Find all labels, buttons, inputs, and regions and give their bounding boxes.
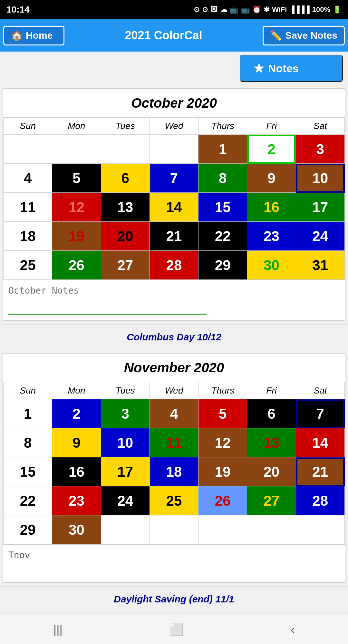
oct-2[interactable]: 2 [247, 135, 296, 164]
oct-25[interactable]: 25 [4, 251, 52, 280]
oct-12[interactable]: 12 [52, 193, 101, 222]
nav-menu-button[interactable]: ||| [53, 623, 63, 637]
nov-header-wed: Wed [150, 382, 198, 399]
nov-24[interactable]: 24 [101, 486, 150, 515]
nov-25[interactable]: 25 [150, 486, 198, 515]
oct-empty3[interactable] [101, 135, 150, 164]
home-icon: 🏠 [11, 30, 23, 41]
oct-1[interactable]: 1 [198, 135, 247, 164]
nov-header-tues: Tues [101, 382, 150, 399]
october-title: October 2020 [3, 89, 345, 117]
nov-20[interactable]: 20 [247, 457, 296, 486]
oct-19[interactable]: 19 [52, 222, 101, 251]
oct-9[interactable]: 9 [247, 164, 296, 193]
oct-8[interactable]: 8 [198, 164, 247, 193]
nov-empty1[interactable] [101, 515, 150, 544]
oct-4[interactable]: 4 [4, 164, 52, 193]
nov-4[interactable]: 4 [150, 399, 198, 428]
nov-18[interactable]: 18 [150, 457, 198, 486]
table-row: 18 19 20 21 22 23 24 [4, 222, 345, 251]
nov-23[interactable]: 23 [52, 486, 101, 515]
nov-11[interactable]: 11 [150, 428, 198, 457]
nov-19[interactable]: 19 [198, 457, 247, 486]
header: 🏠 Home 2021 ColorCal ✏️ Save Notes [0, 19, 348, 52]
oct-18[interactable]: 18 [4, 222, 52, 251]
oct-26[interactable]: 26 [52, 251, 101, 280]
nov-header-sun: Sun [4, 382, 52, 399]
october-notes-input[interactable] [8, 285, 340, 311]
oct-21[interactable]: 21 [150, 222, 198, 251]
nav-home-button[interactable]: ⬜ [169, 623, 184, 637]
nov-3[interactable]: 3 [101, 399, 150, 428]
oct-22[interactable]: 22 [198, 222, 247, 251]
oct-empty2[interactable] [52, 135, 101, 164]
nov-empty4[interactable] [247, 515, 296, 544]
oct-14[interactable]: 14 [150, 193, 198, 222]
oct-empty1[interactable] [4, 135, 52, 164]
oct-24[interactable]: 24 [296, 222, 344, 251]
nav-back-button[interactable]: ‹ [291, 623, 295, 637]
oct-11[interactable]: 11 [4, 193, 52, 222]
oct-empty4[interactable] [150, 135, 198, 164]
nov-22[interactable]: 22 [4, 486, 52, 515]
status-bar: 10:14 ⊙ ⊙ 🖼 ☁ 📺 📺 ⏰ ✱ WiFi ▐▐▐▐ 100% 🔋 [0, 0, 348, 19]
oct-16[interactable]: 16 [247, 193, 296, 222]
nov-21[interactable]: 21 [296, 457, 344, 486]
oct-15[interactable]: 15 [198, 193, 247, 222]
oct-30[interactable]: 30 [247, 251, 296, 280]
nov-1[interactable]: 1 [4, 399, 52, 428]
nov-5[interactable]: 5 [198, 399, 247, 428]
oct-20[interactable]: 20 [101, 222, 150, 251]
october-notes-area [3, 280, 345, 320]
oct-13[interactable]: 13 [101, 193, 150, 222]
oct-10[interactable]: 10 [296, 164, 344, 193]
table-row: 22 23 24 25 26 27 28 [4, 486, 345, 515]
nov-17[interactable]: 17 [101, 457, 150, 486]
nov-27[interactable]: 27 [247, 486, 296, 515]
oct-header-thurs: Thurs [198, 118, 247, 135]
oct-27[interactable]: 27 [101, 251, 150, 280]
oct-17[interactable]: 17 [296, 193, 344, 222]
nov-29[interactable]: 29 [4, 515, 52, 544]
oct-29[interactable]: 29 [198, 251, 247, 280]
notes-button[interactable]: ★ Notes [240, 55, 343, 82]
oct-header-tues: Tues [101, 118, 150, 135]
nov-2[interactable]: 2 [52, 399, 101, 428]
oct-6[interactable]: 6 [101, 164, 150, 193]
home-button[interactable]: 🏠 Home [3, 26, 64, 45]
nov-empty3[interactable] [198, 515, 247, 544]
november-grid: Sun Mon Tues Wed Thurs Fri Sat 1 2 3 4 5… [3, 382, 345, 544]
oct-5[interactable]: 5 [52, 164, 101, 193]
oct-header-mon: Mon [52, 118, 101, 135]
oct-28[interactable]: 28 [150, 251, 198, 280]
oct-header-fri: Fri [247, 118, 296, 135]
nov-8[interactable]: 8 [4, 428, 52, 457]
oct-7[interactable]: 7 [150, 164, 198, 193]
nov-16[interactable]: 16 [52, 457, 101, 486]
oct-23[interactable]: 23 [247, 222, 296, 251]
nov-15[interactable]: 15 [4, 457, 52, 486]
nov-empty5[interactable] [296, 515, 344, 544]
november-notes-input[interactable]: Tnov [8, 550, 340, 576]
home-label: Home [26, 30, 53, 41]
nov-28[interactable]: 28 [296, 486, 344, 515]
october-notes-progress [8, 314, 207, 315]
nov-10[interactable]: 10 [101, 428, 150, 457]
nov-empty2[interactable] [150, 515, 198, 544]
nov-14[interactable]: 14 [296, 428, 344, 457]
nov-9[interactable]: 9 [52, 428, 101, 457]
nav-bar: ||| ⬜ ‹ [0, 615, 348, 644]
nov-30[interactable]: 30 [52, 515, 101, 544]
oct-3[interactable]: 3 [296, 135, 344, 164]
nov-13[interactable]: 13 [247, 428, 296, 457]
oct-31[interactable]: 31 [296, 251, 344, 280]
nov-header-fri: Fri [247, 382, 296, 399]
nov-6[interactable]: 6 [247, 399, 296, 428]
november-holiday-1: Daylight Saving (end) 11/1 [0, 586, 348, 612]
notes-section: ★ Notes [0, 52, 348, 85]
save-notes-button[interactable]: ✏️ Save Notes [263, 26, 345, 45]
nov-7[interactable]: 7 [296, 399, 344, 428]
nov-12[interactable]: 12 [198, 428, 247, 457]
nov-26[interactable]: 26 [198, 486, 247, 515]
table-row: 25 26 27 28 29 30 31 [4, 251, 345, 280]
